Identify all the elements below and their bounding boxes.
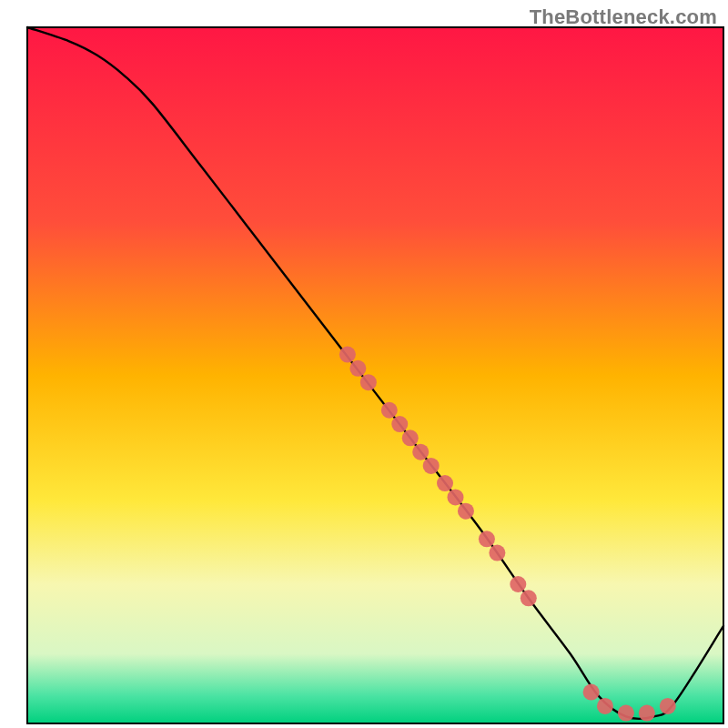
sample-point [510,576,526,592]
sample-point [437,475,453,491]
sample-point [458,503,474,520]
sample-point [381,402,398,419]
sample-point [447,489,463,505]
sample-point [618,705,634,722]
sample-point [360,374,377,390]
sample-point [583,684,600,701]
plot-area [27,27,723,723]
sample-point [402,430,419,446]
sample-point [639,705,655,722]
sample-point [521,590,537,606]
sample-point [349,360,366,377]
bottleneck-chart [0,0,728,728]
sample-point [597,698,613,714]
sample-point [479,531,495,547]
gradient-background [27,27,723,723]
sample-point [423,458,440,474]
sample-point [391,416,408,432]
sample-point [489,545,505,561]
sample-point [412,444,429,460]
watermark-label: TheBottleneck.com [530,5,717,29]
chart-container: TheBottleneck.com [0,0,728,728]
sample-point [660,698,676,714]
sample-point [339,347,356,363]
